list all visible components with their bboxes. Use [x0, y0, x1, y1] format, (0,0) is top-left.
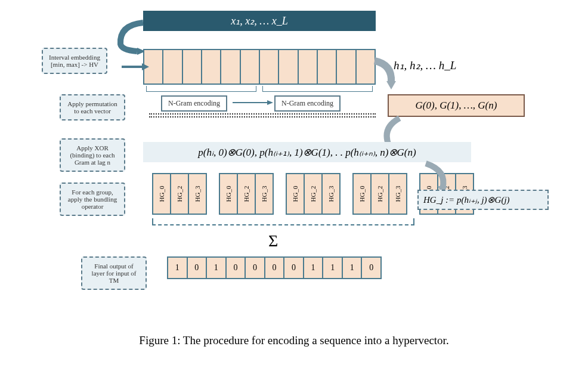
hv-cell	[221, 50, 240, 84]
hv-cell	[337, 50, 356, 84]
label-interval-text: Interval embedding [min, max] -> HV	[49, 54, 100, 68]
output-cell: 0	[246, 258, 265, 278]
ngram-box-1: N-Gram encoding	[161, 95, 227, 112]
svg-marker-3	[142, 63, 149, 70]
hv-cell	[318, 50, 337, 84]
output-cell: 1	[343, 258, 363, 278]
hv-cell	[299, 50, 318, 84]
out-bit: 1	[214, 263, 218, 273]
out-bit: 1	[350, 263, 354, 273]
label-interval: Interval embedding [min, max] -> HV	[42, 48, 107, 74]
output-cell: 1	[168, 258, 188, 278]
hg-cell: HG_2	[171, 174, 189, 214]
caption-text: Figure 1: The procedure for encoding a s…	[139, 334, 448, 347]
out-bit: 0	[273, 263, 277, 273]
label-xor-text: Apply XOR (binding) to each Gram at lag …	[70, 144, 114, 166]
hv-cell	[241, 50, 260, 84]
sigma-symbol: Σ	[268, 231, 278, 251]
figure-diagram: x₁, x₂, … x_L h₁, h₂, … h_L N-Gr	[72, 6, 537, 316]
arrow-between-ngrams	[230, 97, 278, 109]
brace-right	[262, 86, 373, 92]
hg-cell-label: HG_0	[158, 186, 165, 202]
hg-cell: HG_0	[153, 174, 171, 214]
out-bit: 1	[311, 263, 315, 273]
output-cell: 0	[362, 258, 380, 278]
ngram-label-2: N-Gram encoding	[281, 99, 333, 107]
label-permute: Apply permutation to each vector	[60, 94, 125, 120]
label-bundle: For each group, apply the bundling opera…	[60, 183, 125, 216]
out-bit: 0	[292, 263, 296, 273]
hv-cell	[260, 50, 279, 84]
hg-cell: HG_3	[256, 174, 273, 214]
hv-cell	[279, 50, 298, 84]
out-bit: 0	[369, 263, 373, 273]
output-cell: 0	[188, 258, 208, 278]
g-sequence-text: G(0), G(1), …, G(n)	[416, 100, 497, 112]
hg-cell: HG_3	[389, 174, 406, 214]
output-cell: 0	[265, 258, 285, 278]
out-bit: 1	[175, 263, 180, 273]
hg-cell: HG_0	[354, 174, 372, 214]
hg-group: HG_0 HG_2 HG_3	[219, 173, 274, 215]
out-bit: 0	[194, 263, 199, 273]
dashed-bracket	[152, 218, 414, 225]
label-final-text: Final output of layer for input of TM	[92, 262, 137, 284]
hg-cell-label: HG_0	[358, 186, 366, 202]
output-cell: 1	[323, 258, 343, 278]
hv-cell	[163, 50, 182, 84]
hg-cell-label: HG_2	[376, 186, 383, 202]
hv-cell	[183, 50, 202, 84]
hg-cell-label: HG_3	[394, 186, 401, 202]
hg-cell-label: HG_0	[225, 186, 232, 202]
out-bit: 0	[233, 263, 237, 273]
hg-cell: HG_0	[287, 174, 305, 214]
hg-group: HG_0 HG_2 HG_3	[152, 173, 207, 215]
svg-marker-1	[386, 81, 396, 89]
hv-vector	[143, 49, 376, 85]
sigma-text: Σ	[268, 231, 278, 250]
hg-cell: HG_0	[220, 174, 238, 214]
binding-text: p(hᵢ, 0)⊗G(0), p(h₍ᵢ₊₁₎, 1)⊗G(1), . . p(…	[198, 146, 416, 159]
input-sequence-text: x₁, x₂, … x_L	[231, 14, 287, 27]
output-cell: 0	[227, 258, 246, 278]
brace-left	[146, 86, 256, 92]
ngram-box-2: N-Gram encoding	[274, 95, 341, 112]
output-cell: 1	[207, 258, 227, 278]
binding-expression: p(hᵢ, 0)⊗G(0), p(h₍ᵢ₊₁₎, 1)⊗G(1), . . p(…	[143, 142, 471, 162]
output-cell: 1	[304, 258, 324, 278]
label-permute-text: Apply permutation to each vector	[67, 100, 117, 115]
hg-group: HG_0 HG_2 HG_3	[352, 173, 407, 215]
arrow-interval-to-hv	[120, 61, 150, 73]
hv-cell	[202, 50, 221, 84]
hg-cell-label: HG_0	[292, 186, 299, 202]
figure-caption: Figure 1: The procedure for encoding a s…	[0, 334, 588, 347]
dotted-line	[149, 113, 376, 115]
hg-cell-label: HG_2	[310, 186, 317, 202]
hg-group: HG_0 HG_2 HG_3	[286, 173, 341, 215]
input-sequence-bar: x₁, x₂, … x_L	[143, 11, 376, 31]
hg-cell: HG_3	[323, 174, 339, 214]
output-vector: 1 0 1 0 0 0 0 1 1 1 0	[167, 256, 382, 279]
output-cell: 0	[284, 258, 304, 278]
label-bundle-text: For each group, apply the bundling opera…	[68, 188, 117, 210]
hg-cell-label: HG_3	[194, 186, 201, 202]
label-xor: Apply XOR (binding) to each Gram at lag …	[60, 138, 125, 172]
svg-marker-5	[267, 100, 273, 105]
hg-cell-label: HG_3	[261, 186, 268, 202]
dotted-line-2	[149, 116, 376, 118]
hg-cell-label: HG_3	[327, 186, 335, 202]
g-sequence-box: G(0), G(1), …, G(n)	[388, 94, 525, 117]
hg-cell-label: HG_2	[176, 186, 183, 202]
label-final: Final output of layer for input of TM	[81, 256, 147, 290]
ngram-label-1: N-Gram encoding	[168, 99, 220, 107]
hg-cell: HG_2	[305, 174, 323, 214]
hg-definition-text: HG_j := p(hᵢ₊ⱼ, j)⊗G(j)	[423, 195, 510, 205]
hg-definition: HG_j := p(hᵢ₊ⱼ, j)⊗G(j)	[417, 190, 549, 210]
hg-cell: HG_2	[372, 174, 389, 214]
out-bit: 0	[253, 263, 257, 273]
hg-cell: HG_3	[189, 174, 206, 214]
hg-cell: HG_2	[238, 174, 256, 214]
out-bit: 1	[330, 263, 335, 273]
hg-cell-label: HG_2	[243, 186, 250, 202]
